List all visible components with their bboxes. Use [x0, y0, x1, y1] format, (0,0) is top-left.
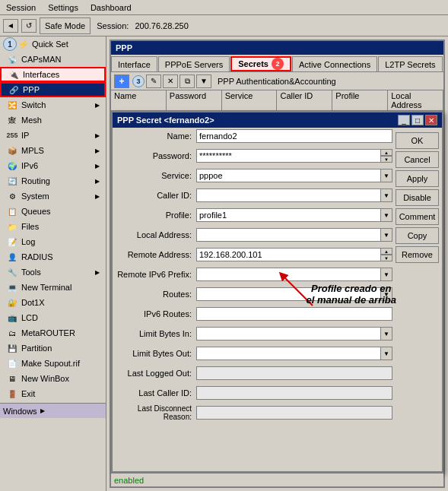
last-caller-id-label: Last Caller ID:: [113, 388, 196, 398]
sidebar-item-tools[interactable]: 🔧 Tools ▶: [0, 265, 106, 280]
sidebar-item-files[interactable]: 📁 Files: [0, 219, 106, 234]
remote-address-scroll-up[interactable]: ▲: [380, 248, 392, 255]
profile-input[interactable]: [196, 208, 380, 222]
local-address-input-wrap: ▼: [196, 228, 392, 242]
service-input[interactable]: [196, 169, 380, 182]
sidebar-item-label: Tools: [21, 268, 41, 277]
terminal-icon: 💻: [6, 281, 18, 293]
menu-session[interactable]: Session: [3, 2, 39, 13]
password-scroll-down[interactable]: ▼: [380, 156, 392, 163]
close-button[interactable]: ✕: [425, 115, 437, 125]
col-service: Service: [222, 90, 278, 110]
col-local-address: Local Address: [388, 90, 443, 110]
winbox-icon: 🖥: [6, 372, 18, 385]
limit-bytes-in-input-wrap: ▼: [196, 327, 392, 341]
sidebar-item-radius[interactable]: 👤 RADIUS: [0, 249, 106, 265]
dialog-title-bar: PPP Secret <fernando2> _ □ ✕: [113, 112, 442, 128]
minimize-button[interactable]: _: [398, 115, 410, 125]
sidebar-item-new-winbox[interactable]: 🖥 New WinBox: [0, 371, 106, 386]
tab-interface[interactable]: Interface: [111, 56, 157, 71]
dialog-form: Name: Password:: [113, 128, 392, 424]
remove-button[interactable]: Remove: [396, 246, 439, 263]
limit-bytes-out-row: Limit Bytes Out: ▼: [113, 345, 392, 362]
copy-dialog-button[interactable]: Copy: [396, 227, 439, 244]
ppp-title-bar: PPP: [111, 41, 443, 55]
copy-button[interactable]: ⧉: [180, 74, 195, 88]
password-row: Password: ▲ ▼: [113, 147, 392, 164]
sidebar-item-queues[interactable]: 📋 Queues: [0, 204, 106, 219]
sidebar-item-capsman[interactable]: 📡 CAPsMAN: [0, 52, 106, 67]
caller-id-dropdown[interactable]: ▼: [380, 188, 392, 202]
last-caller-id-input: [196, 386, 392, 400]
sidebar-item-ipv6[interactable]: 🌍 IPv6 ▶: [0, 158, 106, 173]
password-input[interactable]: [196, 149, 380, 163]
disable-button[interactable]: Disable: [396, 189, 439, 206]
sidebar-item-dot1x[interactable]: 🔐 Dot1X: [0, 295, 106, 310]
ppp-window-title: PPP: [116, 43, 132, 52]
sidebar-item-lcd[interactable]: 📺 LCD: [0, 310, 106, 325]
tab-pppoe-servers[interactable]: PPPoE Servers: [158, 56, 230, 71]
sidebar-item-ip[interactable]: 255 IP ▶: [0, 128, 106, 143]
menu-settings[interactable]: Settings: [45, 2, 81, 13]
limit-bytes-in-row: Limit Bytes In: ▼: [113, 325, 392, 342]
service-dropdown[interactable]: ▼: [380, 169, 392, 182]
comment-button[interactable]: Comment: [396, 208, 439, 225]
sidebar-item-interfaces[interactable]: 🔌 Interfaces: [0, 67, 106, 82]
profile-dropdown[interactable]: ▼: [380, 208, 392, 222]
local-address-dropdown[interactable]: ▼: [380, 228, 392, 242]
sidebar-item-mpls[interactable]: 📦 MPLS ▶: [0, 143, 106, 158]
main-toolbar: ◄ ↺ Safe Mode Session: 200.76.28.250: [0, 15, 448, 36]
ipv6-icon: 🌍: [6, 160, 18, 172]
arrow-icon: ▶: [95, 102, 100, 109]
last-disconnect-reason-label: Last Disconnect Reason:: [113, 404, 196, 421]
delete-button[interactable]: ✕: [163, 74, 178, 88]
sidebar-item-partition[interactable]: 💾 Partition: [0, 341, 106, 356]
maximize-button[interactable]: □: [411, 115, 424, 125]
forward-button[interactable]: ↺: [21, 19, 37, 33]
quick-set-icon: ⚡: [18, 40, 29, 49]
sidebar-item-routing[interactable]: 🔄 Routing ▶: [0, 173, 106, 188]
limit-bytes-in-input[interactable]: [196, 327, 380, 341]
profile-input-wrap: ▼: [196, 208, 392, 222]
limit-bytes-in-dropdown[interactable]: ▼: [380, 327, 392, 341]
sidebar-item-quick-set[interactable]: 1 ⚡ Quick Set: [0, 36, 106, 52]
apply-button[interactable]: Apply: [396, 170, 439, 187]
caller-id-input[interactable]: [196, 188, 380, 202]
name-input-wrap: [196, 129, 392, 143]
tab-l2tp-secrets[interactable]: L2TP Secrets: [378, 56, 442, 71]
profile-row: Profile: ▼: [113, 207, 392, 223]
windows-bar[interactable]: Windows ▶: [0, 403, 106, 418]
password-scroll-up[interactable]: ▲: [380, 149, 392, 156]
sidebar-item-mesh[interactable]: 🕸 Mesh: [0, 112, 106, 128]
system-icon: ⚙: [6, 190, 18, 202]
tab-active-connections[interactable]: Active Connections: [292, 56, 377, 71]
sidebar-item-switch[interactable]: 🔀 Switch ▶: [0, 97, 106, 112]
name-input[interactable]: [196, 129, 392, 143]
cancel-button[interactable]: Cancel: [396, 151, 439, 168]
sidebar-item-label: Switch: [21, 100, 46, 109]
limit-bytes-out-dropdown[interactable]: ▼: [380, 347, 392, 360]
sidebar-item-make-supout[interactable]: 📄 Make Supout.rif: [0, 356, 106, 371]
action-toolbar: + 3 ✎ ✕ ⧉ ▼ PPP Authentication&Accountin…: [111, 72, 443, 90]
session-label: Session:: [97, 21, 129, 30]
sidebar-item-ppp[interactable]: 🔗 PPP: [0, 82, 106, 97]
sidebar-item-system[interactable]: ⚙ System ▶: [0, 188, 106, 204]
limit-bytes-out-input[interactable]: [196, 347, 380, 360]
ppp-window: PPP Interface PPPoE Servers Secrets 2: [110, 40, 445, 488]
sidebar-item-log[interactable]: 📝 Log: [0, 234, 106, 249]
back-button[interactable]: ◄: [3, 19, 18, 33]
edit-button[interactable]: ✎: [146, 74, 161, 88]
tab-secrets[interactable]: Secrets 2: [230, 56, 291, 71]
safe-mode-button[interactable]: Safe Mode: [40, 17, 91, 34]
sidebar-item-exit[interactable]: 🚪 Exit: [0, 386, 106, 401]
ok-button[interactable]: OK: [396, 132, 439, 149]
menu-dashboard[interactable]: Dashboard: [87, 2, 135, 13]
sidebar-item-metarouter[interactable]: 🗂 MetaROUTER: [0, 325, 106, 341]
remote-address-label: Remote Address:: [113, 250, 196, 259]
sidebar-item-label: Partition: [21, 344, 52, 353]
add-button[interactable]: +: [114, 74, 129, 88]
service-label: Service:: [113, 171, 196, 180]
sidebar-item-new-terminal[interactable]: 💻 New Terminal: [0, 280, 106, 295]
local-address-input[interactable]: [196, 228, 380, 242]
filter-button[interactable]: ▼: [196, 74, 211, 88]
